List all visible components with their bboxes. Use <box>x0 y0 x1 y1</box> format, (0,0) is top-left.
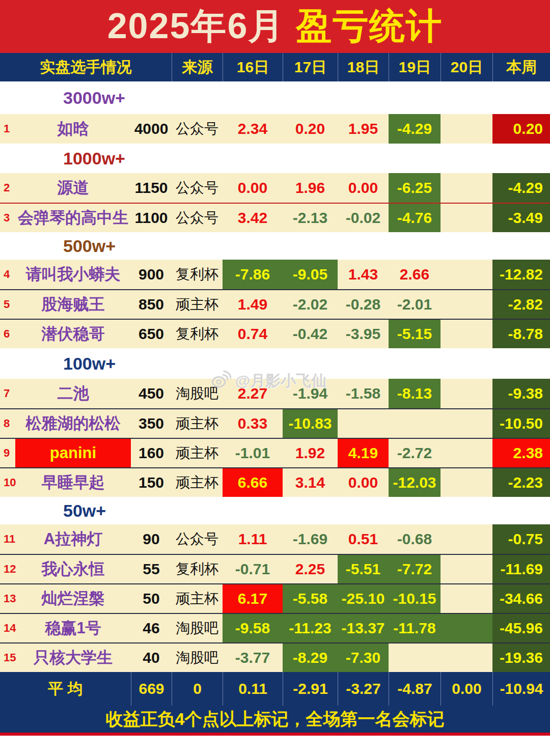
source: 公众号 <box>172 204 223 232</box>
footer-note: 收益正负4个点以上标记，全场第一名会标记 <box>0 706 550 733</box>
day-cell-16: 6.66 <box>223 468 283 497</box>
capital-amount: 850 <box>131 290 172 319</box>
capital-amount: 90 <box>131 524 172 554</box>
table-row: 8松雅湖的松松350顽主杯0.33-10.83-10.50 <box>0 408 550 438</box>
header-day-19: 19日 <box>389 53 441 81</box>
day-cell-19: -8.13 <box>389 379 441 408</box>
header-player: 实盘选手情况 <box>0 53 172 81</box>
day-cell-17: 0.20 <box>283 114 338 144</box>
bottom-red-strip <box>0 733 550 736</box>
player-name: 我心永恒 <box>15 555 131 583</box>
day-cell-19: -2.01 <box>389 290 441 319</box>
row-number: 8 <box>0 409 15 438</box>
day-cell-19: -0.68 <box>389 524 441 554</box>
player-name: 松雅湖的松松 <box>15 409 131 438</box>
day-cell-20 <box>441 409 492 438</box>
row-number: 3 <box>0 204 15 232</box>
average-day-19: -4.87 <box>389 672 441 706</box>
average-day-17: -2.91 <box>283 672 338 706</box>
day-cell-19: -5.15 <box>389 320 441 348</box>
row-number: 1 <box>0 114 15 144</box>
player-name: A拉神灯 <box>15 524 131 554</box>
week-cell: -34.66 <box>492 584 550 613</box>
day-cell-19: 2.66 <box>389 260 441 289</box>
week-cell: 0.20 <box>492 114 550 144</box>
day-cell-20 <box>441 584 492 613</box>
table-row: 15只核大学生40淘股吧-3.77-8.29-7.30-19.36 <box>0 642 550 672</box>
day-cell-17: -1.94 <box>283 379 338 408</box>
row-number: 15 <box>0 643 15 672</box>
player-name: 股海贼王 <box>15 290 131 319</box>
header-day-17: 17日 <box>283 53 338 81</box>
player-name: 稳赢1号 <box>15 614 131 642</box>
day-cell-18: 0.00 <box>338 468 389 497</box>
source: 复利杯 <box>172 320 223 348</box>
table-row: 13灿烂涅槃50顽主杯6.17-5.58-25.10-10.15-34.66 <box>0 583 550 613</box>
table-row: 9panini160顽主杯-1.011.924.19-2.722.38 <box>0 438 550 467</box>
day-cell-18: 1.95 <box>338 114 389 144</box>
profit-loss-report: 2025年6月 盈亏统计 实盘选手情况 来源 16日 17日 18日 19日 2… <box>0 0 550 756</box>
player-name: 灿烂涅槃 <box>15 584 131 613</box>
day-cell-18: -0.02 <box>338 204 389 232</box>
table-row: 2源道1150公众号0.001.960.00-6.25-4.29 <box>0 173 550 203</box>
capital-amount: 450 <box>131 379 172 408</box>
day-cell-20 <box>441 439 492 467</box>
week-cell: -19.36 <box>492 643 550 672</box>
row-number: 2 <box>0 173 15 203</box>
player-name: 会弹琴的高中生 <box>15 204 131 232</box>
day-cell-19 <box>389 409 441 438</box>
section-label: 100w+ <box>0 348 550 379</box>
day-cell-18: -13.37 <box>338 614 389 642</box>
day-cell-20 <box>441 614 492 642</box>
capital-amount: 150 <box>131 468 172 497</box>
day-cell-20 <box>441 204 492 232</box>
table-footer: 平 均 669 0 0.11 -2.91 -3.27 -4.87 0.00 -1… <box>0 672 550 736</box>
capital-amount: 160 <box>131 439 172 467</box>
day-cell-17: -9.05 <box>283 260 338 289</box>
day-cell-19: -10.15 <box>389 584 441 613</box>
day-cell-20 <box>441 114 492 144</box>
row-number: 12 <box>0 555 15 583</box>
day-cell-18: 0.00 <box>338 173 389 203</box>
source: 顽主杯 <box>172 439 223 467</box>
player-name: 二池 <box>15 379 131 408</box>
day-cell-16: -7.86 <box>223 260 283 289</box>
table-row: 6潜伏稳哥650复利杯0.74-0.42-3.95-5.15-8.78 <box>0 319 550 348</box>
day-cell-18: -25.10 <box>338 584 389 613</box>
week-cell: -8.78 <box>492 320 550 348</box>
week-cell: -4.29 <box>492 173 550 203</box>
day-cell-20 <box>441 555 492 583</box>
day-cell-17: -10.83 <box>283 409 338 438</box>
source: 顽主杯 <box>172 290 223 319</box>
row-number: 10 <box>0 468 15 497</box>
player-name: 请叫我小蟒夫 <box>15 260 131 289</box>
week-cell: -45.96 <box>492 614 550 642</box>
table-row: 10早睡早起150顽主杯6.663.140.00-12.03-2.23 <box>0 467 550 497</box>
row-number: 5 <box>0 290 15 319</box>
row-group: 7二池450淘股吧2.27-1.94-1.58-8.13-9.388松雅湖的松松… <box>0 379 550 497</box>
row-number: 9 <box>0 439 15 467</box>
capital-amount: 4000 <box>131 114 172 144</box>
day-cell-19: -11.78 <box>389 614 441 642</box>
day-cell-19: -12.03 <box>389 468 441 497</box>
row-number: 13 <box>0 584 15 613</box>
row-group: 2源道1150公众号0.001.960.00-6.25-4.293会弹琴的高中生… <box>0 173 550 232</box>
table-row: 1如晗4000公众号2.340.201.95-4.290.20 <box>0 114 550 144</box>
source: 淘股吧 <box>172 614 223 642</box>
week-cell: 2.38 <box>492 439 550 467</box>
average-day-18: -3.27 <box>338 672 389 706</box>
player-name: panini <box>15 439 131 467</box>
day-cell-16: 0.00 <box>223 173 283 203</box>
capital-amount: 40 <box>131 643 172 672</box>
table-row: 7二池450淘股吧2.27-1.94-1.58-8.13-9.38 <box>0 379 550 408</box>
day-cell-18 <box>338 409 389 438</box>
day-cell-20 <box>441 524 492 554</box>
day-cell-20 <box>441 379 492 408</box>
row-group: 11A拉神灯90公众号1.11-1.690.51-0.68-0.7512我心永恒… <box>0 524 550 672</box>
header-source: 来源 <box>172 53 223 81</box>
day-cell-18: -7.30 <box>338 643 389 672</box>
week-cell: -2.23 <box>492 468 550 497</box>
day-cell-16: -0.71 <box>223 555 283 583</box>
day-cell-20 <box>441 643 492 672</box>
day-cell-18: -5.51 <box>338 555 389 583</box>
